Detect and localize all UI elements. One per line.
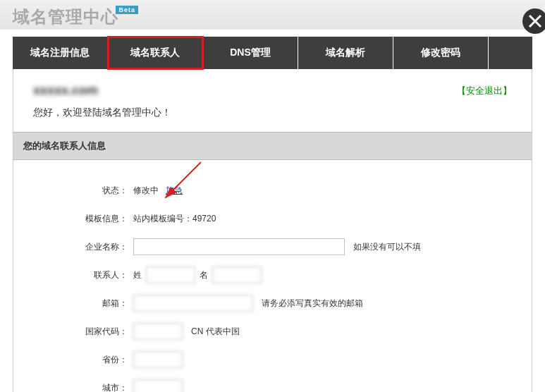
country-hint: CN 代表中国 (191, 326, 240, 338)
section-title: 您的域名联系人信息 (13, 132, 532, 160)
close-icon[interactable] (517, 7, 545, 35)
main-nav: 域名注册信息 域名联系人 DNS管理 域名解析 修改密码 (13, 37, 532, 69)
nav-contact[interactable]: 域名联系人 (108, 37, 203, 69)
template-value: 站内模板编号：49720 (133, 213, 216, 225)
email-input[interactable] (133, 295, 253, 312)
country-label: 国家代码 (13, 326, 133, 338)
company-input[interactable] (133, 238, 345, 255)
domain-name: xxxxx.com (33, 83, 457, 98)
beta-badge: Beta (116, 6, 138, 14)
email-label: 邮箱 (13, 298, 133, 310)
city-label: 城市 (13, 382, 133, 393)
contact-label: 联系人 (13, 269, 133, 281)
name-input[interactable] (212, 267, 262, 283)
province-input[interactable] (133, 351, 183, 368)
surname-label: 姓 (133, 269, 142, 281)
nav-register-info[interactable]: 域名注册信息 (13, 37, 108, 69)
surname-input[interactable] (146, 267, 195, 283)
status-value: 修改中 (133, 185, 159, 197)
country-input[interactable] (133, 323, 183, 340)
logo-text: 域名管理中心 Beta (13, 6, 118, 28)
status-label: 状态 (13, 185, 133, 197)
name-label: 名 (200, 269, 208, 281)
urgent-link[interactable]: 加急 (166, 185, 183, 197)
logout-link[interactable]: 安全退出 (457, 85, 512, 97)
welcome-text: 您好，欢迎登陆域名管理中心！ (13, 106, 532, 132)
nav-password[interactable]: 修改密码 (393, 37, 489, 69)
logo-label: 域名管理中心 (13, 7, 118, 26)
company-hint: 如果没有可以不填 (353, 241, 421, 253)
city-input[interactable] (133, 379, 183, 392)
company-label: 企业名称 (13, 241, 133, 253)
nav-dns[interactable]: DNS管理 (203, 37, 298, 69)
province-label: 省份 (13, 354, 133, 366)
nav-resolve[interactable]: 域名解析 (298, 37, 393, 69)
template-label: 模板信息 (13, 213, 133, 225)
email-hint: 请务必添写真实有效的邮箱 (262, 298, 363, 310)
